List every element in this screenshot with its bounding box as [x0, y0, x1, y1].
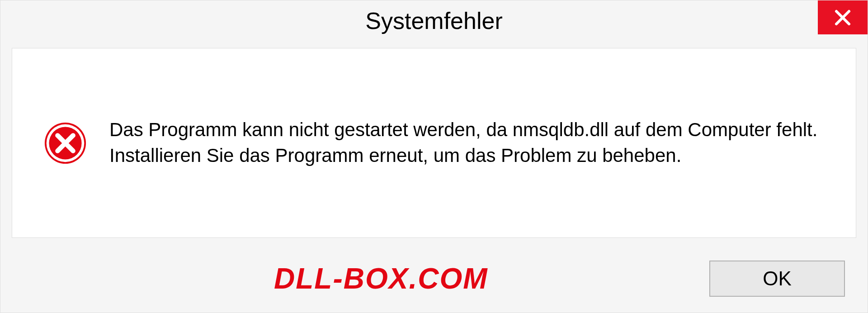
error-icon — [44, 122, 87, 165]
titlebar: Systemfehler — [0, 0, 868, 41]
error-message: Das Programm kann nicht gestartet werden… — [109, 117, 824, 168]
close-icon — [834, 9, 852, 27]
content-area: Das Programm kann nicht gestartet werden… — [12, 48, 856, 238]
watermark-text: DLL-BOX.COM — [274, 262, 488, 295]
close-button[interactable] — [818, 0, 868, 34]
error-dialog: Systemfehler Das Programm kann nicht ges… — [0, 0, 868, 313]
dialog-title: Systemfehler — [365, 7, 502, 34]
ok-button[interactable]: OK — [709, 261, 845, 297]
dialog-footer: DLL-BOX.COM OK — [0, 245, 868, 313]
